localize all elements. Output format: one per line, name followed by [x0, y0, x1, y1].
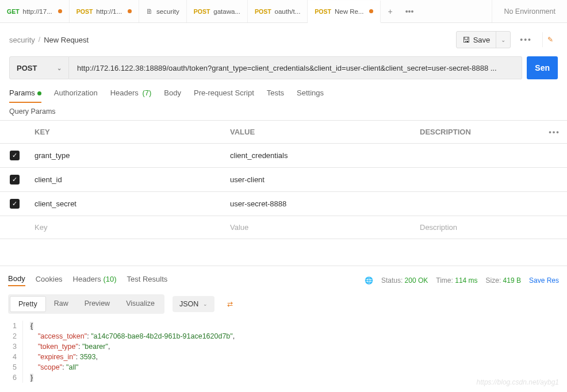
checkbox[interactable]: ✓: [10, 151, 20, 160]
save-response-button[interactable]: Save Res: [529, 276, 559, 285]
checkbox[interactable]: ✓: [10, 175, 20, 185]
param-desc[interactable]: [414, 149, 542, 163]
tab-post-5[interactable]: POSToauth/t...: [248, 0, 308, 22]
request-tabs: Params Authorization Headers (7) Body Pr…: [0, 83, 567, 103]
tabs-bar: GEThttp://17... POSThttp://1... 🗎securit…: [0, 0, 567, 23]
tab-post-4[interactable]: POSTgatawa...: [187, 0, 248, 22]
tab-post-6[interactable]: POSTNew Re...: [308, 1, 381, 23]
table-row-new[interactable]: Key Value Description: [0, 216, 567, 239]
chevron-down-icon: ⌄: [203, 301, 208, 307]
tab-folder-3[interactable]: 🗎security: [139, 0, 187, 22]
save-button-group: 🖫 Save ⌄: [456, 31, 511, 48]
response-toolbar: Pretty Raw Preview Visualize JSON⌄ ⇄: [0, 291, 567, 317]
unsaved-dot-icon: [128, 9, 132, 13]
column-options-icon[interactable]: •••: [542, 121, 567, 143]
resp-tab-body[interactable]: Body: [8, 274, 25, 286]
tab-headers[interactable]: Headers (7): [110, 89, 152, 103]
breadcrumb-parent[interactable]: security: [9, 36, 35, 44]
tab-post-2[interactable]: POSThttp://1...: [70, 0, 139, 22]
response-tabs: Body Cookies Headers (10) Test Results 🌐…: [0, 270, 567, 291]
breadcrumb-current: New Request: [44, 36, 89, 44]
tab-actions: + •••: [381, 5, 420, 18]
tab-authorization[interactable]: Authorization: [54, 89, 98, 103]
wrap-lines-icon[interactable]: ⇄: [224, 297, 236, 312]
tab-settings[interactable]: Settings: [297, 89, 324, 103]
line-gutter: 123456: [0, 321, 23, 383]
unsaved-dot-icon: [58, 9, 62, 13]
tab-body[interactable]: Body: [164, 89, 181, 103]
title-row: security / New Request 🖫 Save ⌄ ••• ✎: [0, 23, 567, 56]
param-value[interactable]: client_credentials: [224, 144, 414, 167]
edit-icon[interactable]: ✎: [542, 32, 558, 47]
view-pretty[interactable]: Pretty: [10, 296, 46, 312]
param-key[interactable]: grant_type: [29, 144, 224, 167]
save-button[interactable]: 🖫 Save: [457, 36, 496, 44]
code-body[interactable]: { "access_token": "a14c7068-bae8-4b2d-96…: [23, 321, 235, 383]
tab-tests[interactable]: Tests: [267, 89, 284, 103]
method-selector[interactable]: POST ⌄: [9, 56, 69, 79]
more-actions-icon[interactable]: •••: [516, 35, 535, 44]
save-icon: 🖫: [462, 36, 470, 44]
format-selector[interactable]: JSON⌄: [173, 296, 214, 312]
watermark: https://blog.csdn.net/aybg1: [477, 378, 559, 386]
unsaved-dot-icon: [369, 9, 373, 13]
url-row: POST ⌄ Sen: [0, 56, 567, 79]
view-mode-segment: Pretty Raw Preview Visualize: [8, 294, 164, 314]
tab-get-1[interactable]: GEThttp://17...: [0, 0, 70, 22]
param-key[interactable]: client_id: [29, 168, 224, 191]
response-panel: Body Cookies Headers (10) Test Results 🌐…: [0, 266, 567, 392]
resp-tab-cookies[interactable]: Cookies: [36, 275, 63, 286]
active-dot-icon: [37, 91, 41, 95]
more-tabs-icon[interactable]: •••: [403, 5, 416, 18]
params-table: KEY VALUE DESCRIPTION ••• ✓ grant_type c…: [0, 120, 567, 239]
add-tab-icon[interactable]: +: [385, 5, 394, 18]
view-preview[interactable]: Preview: [76, 296, 118, 312]
chevron-down-icon: ⌄: [57, 65, 62, 71]
param-value[interactable]: user-client: [224, 168, 414, 191]
view-visualize[interactable]: Visualize: [118, 296, 163, 312]
tab-params[interactable]: Params: [9, 89, 41, 103]
table-header: KEY VALUE DESCRIPTION •••: [0, 121, 567, 144]
query-params-title: Query Params: [0, 103, 567, 120]
view-raw[interactable]: Raw: [46, 296, 76, 312]
response-status: 🌐 Status: 200 OK Time: 114 ms Size: 419 …: [365, 276, 559, 285]
table-row: ✓ client_id user-client: [0, 168, 567, 192]
checkbox[interactable]: ✓: [10, 199, 20, 209]
param-desc[interactable]: [414, 173, 542, 187]
param-value[interactable]: user-secret-8888: [224, 193, 414, 215]
url-input[interactable]: [69, 56, 522, 79]
file-icon: 🗎: [146, 8, 153, 15]
tab-prerequest[interactable]: Pre-request Script: [194, 89, 254, 103]
param-desc[interactable]: [414, 197, 542, 211]
table-row: ✓ grant_type client_credentials: [0, 144, 567, 168]
send-button[interactable]: Sen: [527, 56, 558, 79]
breadcrumb-sep: /: [39, 36, 40, 44]
param-key[interactable]: client_secret: [29, 193, 224, 215]
save-dropdown[interactable]: ⌄: [496, 31, 510, 48]
resp-tab-headers[interactable]: Headers (10): [73, 275, 117, 286]
table-row: ✓ client_secret user-secret-8888: [0, 192, 567, 216]
resp-tab-results[interactable]: Test Results: [127, 275, 168, 286]
environment-selector[interactable]: No Environment: [492, 0, 567, 22]
globe-icon[interactable]: 🌐: [365, 276, 373, 285]
